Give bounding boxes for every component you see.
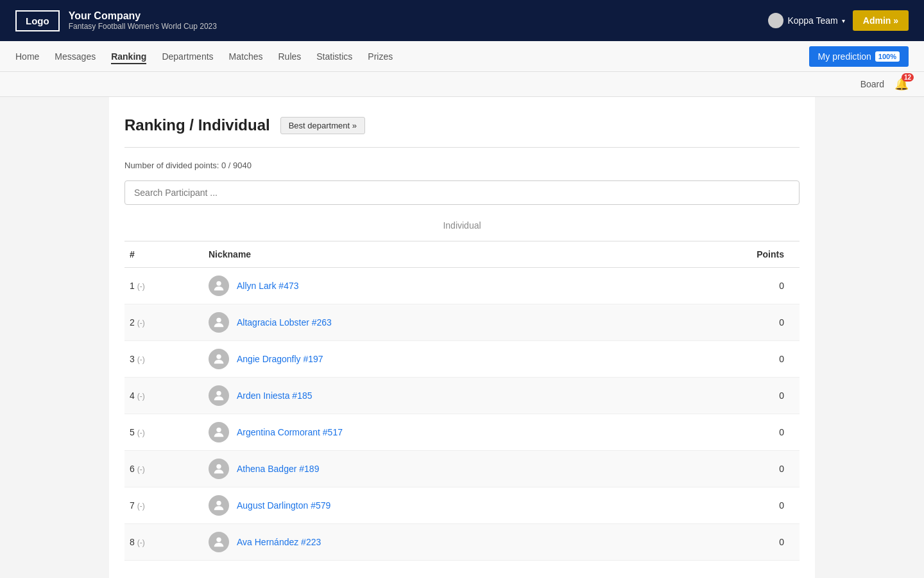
participant-avatar (209, 422, 229, 442)
rank-number: 4 (130, 390, 135, 401)
rank-number: 7 (130, 500, 135, 511)
svg-point-3 (216, 391, 221, 396)
rank-number: 1 (130, 281, 135, 291)
nav-item-home[interactable]: Home (15, 51, 39, 62)
rank-cell: 2 (-) (124, 304, 203, 341)
participant-link[interactable]: Allyn Lark #473 (237, 281, 299, 291)
rank-change: (-) (137, 502, 145, 511)
nav-right: My prediction 100% (809, 46, 909, 67)
points-cell: 0 (651, 378, 800, 414)
nav-item-prizes[interactable]: Prizes (368, 51, 393, 62)
participant-avatar (209, 312, 229, 333)
table-body: 1 (-) Allyn Lark #473 0 2 (-) (124, 268, 800, 561)
svg-point-2 (216, 355, 221, 359)
participant-link[interactable]: Altagracia Lobster #263 (237, 317, 332, 328)
nav-link-matches[interactable]: Matches (229, 51, 263, 62)
prediction-badge: 100% (875, 51, 900, 62)
admin-button[interactable]: Admin » (853, 10, 909, 31)
participant-avatar (209, 495, 229, 516)
rank-number: 5 (130, 427, 135, 437)
rank-cell: 8 (-) (124, 524, 203, 561)
table-row: 1 (-) Allyn Lark #473 0 (124, 268, 800, 304)
nav-item-messages[interactable]: Messages (55, 51, 96, 62)
points-cell: 0 (651, 268, 800, 304)
best-department-button[interactable]: Best department » (280, 117, 365, 134)
svg-point-7 (216, 538, 221, 542)
col-nickname: Nickname (203, 241, 651, 268)
table-row: 3 (-) Angie Dragonfly #197 0 (124, 341, 800, 378)
participant-link[interactable]: Argentina Cormorant #517 (237, 427, 343, 437)
svg-point-1 (216, 318, 221, 322)
notification-button[interactable]: 🔔 12 (894, 77, 909, 91)
header-left: Logo Your Company Fantasy Football Women… (15, 10, 217, 31)
search-input[interactable] (124, 180, 800, 205)
rank-change: (-) (137, 392, 145, 401)
rank-change: (-) (137, 428, 145, 437)
points-cell: 0 (651, 304, 800, 341)
participant-link[interactable]: Ava Hernández #223 (237, 537, 321, 547)
participant-cell: Altagracia Lobster #263 (209, 312, 646, 333)
nav-item-ranking[interactable]: Ranking (111, 51, 146, 62)
page-title: Ranking / Individual (124, 116, 270, 134)
nickname-cell: Ava Hernández #223 (203, 524, 651, 561)
participant-link[interactable]: Arden Iniesta #185 (237, 390, 312, 401)
nav-link-rules[interactable]: Rules (278, 51, 301, 62)
participant-link[interactable]: August Darlington #579 (237, 500, 330, 511)
chevron-down-icon[interactable]: ▾ (842, 17, 845, 24)
nickname-cell: Argentina Cormorant #517 (203, 414, 651, 451)
participant-avatar (209, 459, 229, 479)
participant-link[interactable]: Angie Dragonfly #197 (237, 354, 323, 364)
points-cell: 0 (651, 451, 800, 487)
rank-change: (-) (137, 319, 145, 328)
participant-avatar (209, 532, 229, 552)
my-prediction-label: My prediction (818, 51, 871, 62)
nickname-cell: Arden Iniesta #185 (203, 378, 651, 414)
table-row: 7 (-) August Darlington #579 0 (124, 487, 800, 524)
participant-cell: Ava Hernández #223 (209, 532, 646, 552)
notification-badge: 12 (902, 73, 914, 82)
nav-item-matches[interactable]: Matches (229, 51, 263, 62)
nav-item-departments[interactable]: Departments (162, 51, 213, 62)
header: Logo Your Company Fantasy Football Women… (0, 0, 924, 41)
table-row: 8 (-) Ava Hernández #223 0 (124, 524, 800, 561)
my-prediction-button[interactable]: My prediction 100% (809, 46, 909, 67)
header-right: Koppa Team ▾ Admin » (768, 10, 909, 31)
nav-link-home[interactable]: Home (15, 51, 39, 62)
nav-item-statistics[interactable]: Statistics (316, 51, 352, 62)
nickname-cell: Angie Dragonfly #197 (203, 341, 651, 378)
sub-nav: Board 🔔 12 (0, 72, 924, 97)
title-divider (124, 147, 800, 148)
nav-link-ranking[interactable]: Ranking (111, 51, 146, 64)
board-link[interactable]: Board (860, 79, 884, 89)
participant-link[interactable]: Athena Badger #189 (237, 464, 319, 474)
rank-cell: 1 (-) (124, 268, 203, 304)
points-info: Number of divided points: 0 / 9040 (124, 161, 800, 170)
nav-link-prizes[interactable]: Prizes (368, 51, 393, 62)
svg-point-0 (216, 281, 221, 286)
col-points: Points (651, 241, 800, 268)
nav-items: Home Messages Ranking Departments Matche… (15, 51, 393, 62)
rank-change: (-) (137, 465, 145, 474)
rank-cell: 7 (-) (124, 487, 203, 524)
rank-change: (-) (137, 355, 145, 364)
nickname-cell: Allyn Lark #473 (203, 268, 651, 304)
rank-number: 8 (130, 537, 135, 547)
participant-cell: Athena Badger #189 (209, 459, 646, 479)
nav-link-statistics[interactable]: Statistics (316, 51, 352, 62)
table-row: 2 (-) Altagracia Lobster #263 0 (124, 304, 800, 341)
rank-number: 2 (130, 317, 135, 328)
nickname-cell: August Darlington #579 (203, 487, 651, 524)
nav-link-departments[interactable]: Departments (162, 51, 213, 62)
rank-cell: 3 (-) (124, 341, 203, 378)
nav: Home Messages Ranking Departments Matche… (0, 41, 924, 72)
table-row: 4 (-) Arden Iniesta #185 0 (124, 378, 800, 414)
nav-link-messages[interactable]: Messages (55, 51, 96, 62)
individual-label: Individual (124, 220, 800, 231)
company-subtitle: Fantasy Football Women's World Cup 2023 (69, 22, 217, 31)
col-rank: # (124, 241, 203, 268)
rank-cell: 4 (-) (124, 378, 203, 414)
nav-item-rules[interactable]: Rules (278, 51, 301, 62)
svg-point-5 (216, 464, 221, 469)
svg-point-6 (216, 501, 221, 505)
table-header: # Nickname Points (124, 241, 800, 268)
